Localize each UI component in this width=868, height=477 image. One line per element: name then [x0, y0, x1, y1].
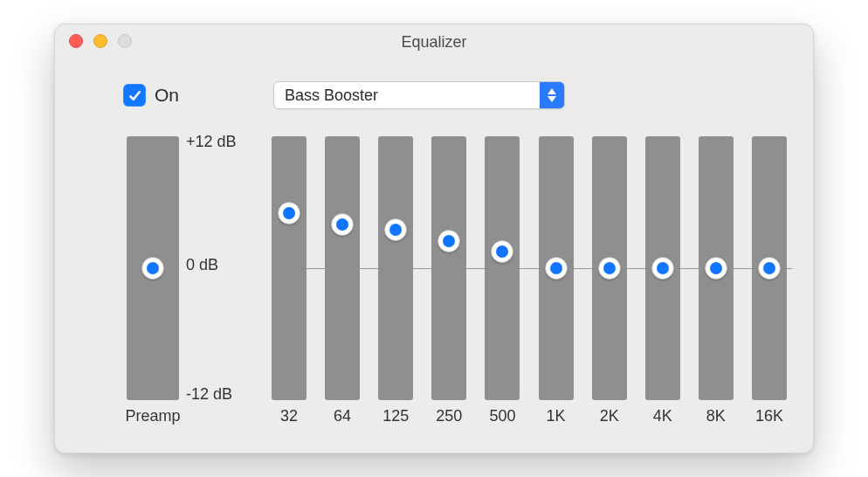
controls-row: On Bass Booster: [55, 79, 813, 112]
checkmark-icon: [127, 88, 142, 103]
band-knob[interactable]: [491, 240, 513, 263]
band-label: 125: [382, 400, 409, 432]
band-slider[interactable]: [645, 136, 680, 400]
db-label-top: +12 dB: [186, 133, 237, 151]
on-toggle[interactable]: On: [123, 84, 179, 107]
band-8k: 8K: [699, 136, 734, 432]
on-checkbox[interactable]: [123, 84, 146, 107]
band-16k: 16K: [752, 136, 787, 432]
band-label: 32: [280, 400, 298, 432]
band-4k: 4K: [645, 136, 680, 432]
band-slider[interactable]: [325, 136, 360, 400]
preset-select[interactable]: Bass Booster: [273, 81, 565, 109]
band-500: 500: [485, 136, 520, 432]
band-label: 64: [334, 400, 351, 432]
svg-marker-1: [548, 96, 556, 102]
band-slider[interactable]: [699, 136, 734, 400]
band-2k: 2K: [592, 136, 627, 432]
band-64: 64: [325, 136, 360, 432]
band-knob[interactable]: [651, 257, 674, 280]
zoom-icon[interactable]: [118, 34, 132, 48]
band-track: [485, 136, 520, 400]
slider-area: +12 dB 0 dB -12 dB Preamp 32: [107, 136, 787, 432]
db-scale: +12 dB 0 dB -12 dB: [186, 136, 256, 400]
band-250: 250: [431, 136, 466, 432]
band-1k: 1K: [539, 136, 574, 432]
svg-marker-0: [548, 88, 556, 94]
band-knob[interactable]: [331, 213, 354, 236]
band-slider[interactable]: [485, 136, 520, 400]
preamp-label: Preamp: [125, 400, 180, 432]
chevron-down-icon: [548, 96, 556, 102]
band-knob[interactable]: [384, 218, 407, 241]
band-32: 32: [272, 136, 307, 432]
band-track: [378, 136, 413, 400]
band-knob[interactable]: [705, 257, 727, 280]
preamp-column: Preamp: [127, 136, 179, 432]
select-stepper[interactable]: [540, 82, 564, 108]
band-label: 4K: [653, 400, 672, 432]
band-knob[interactable]: [598, 257, 621, 280]
preamp-knob[interactable]: [141, 257, 164, 280]
band-track: [325, 136, 360, 400]
band-knob[interactable]: [545, 257, 568, 280]
band-125: 125: [378, 136, 413, 432]
band-track: [272, 136, 307, 400]
bands: 32 64 125: [272, 136, 787, 432]
window-title: Equalizer: [401, 33, 466, 52]
db-label-mid: 0 dB: [186, 256, 218, 274]
window-controls: [69, 34, 132, 48]
band-knob[interactable]: [278, 202, 300, 225]
band-slider[interactable]: [539, 136, 574, 400]
band-label: 2K: [600, 400, 619, 432]
minimize-icon[interactable]: [93, 34, 107, 48]
band-slider[interactable]: [378, 136, 413, 400]
close-icon[interactable]: [69, 34, 83, 48]
band-slider[interactable]: [431, 136, 466, 400]
band-knob[interactable]: [758, 257, 781, 280]
on-label: On: [155, 85, 179, 106]
band-slider[interactable]: [592, 136, 627, 400]
equalizer-window: Equalizer On Bass Booster +12 dB: [54, 24, 814, 453]
preamp-slider[interactable]: [127, 136, 179, 400]
chevron-up-icon: [548, 88, 556, 94]
band-label: 16K: [755, 400, 783, 432]
band-track: [431, 136, 466, 400]
preset-selected-value: Bass Booster: [274, 86, 540, 105]
band-slider[interactable]: [752, 136, 787, 400]
band-label: 250: [436, 400, 462, 432]
band-knob[interactable]: [437, 230, 460, 252]
band-label: 500: [489, 400, 515, 432]
titlebar: Equalizer: [55, 24, 813, 59]
band-label: 8K: [706, 400, 726, 432]
db-label-bottom: -12 dB: [186, 385, 232, 404]
band-label: 1K: [547, 400, 566, 432]
band-slider[interactable]: [272, 136, 307, 400]
